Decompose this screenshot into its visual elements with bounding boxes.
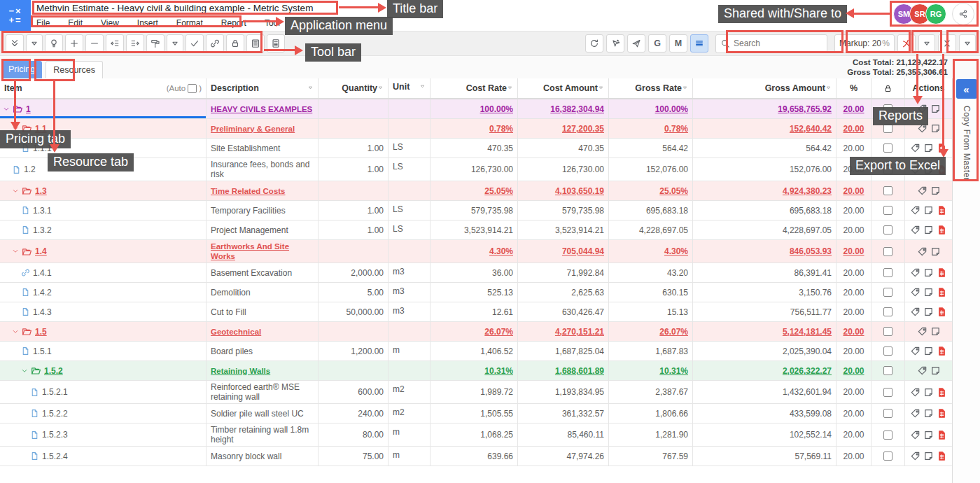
cell-gross-rate[interactable]: 2,387.67 bbox=[609, 381, 693, 403]
toolbar-button-double-chevron-down[interactable] bbox=[6, 34, 24, 52]
cell-unit[interactable]: m bbox=[388, 424, 430, 446]
cell-item[interactable]: 1.5 bbox=[0, 322, 206, 341]
cell-gross-rate[interactable]: 767.59 bbox=[609, 447, 693, 465]
cell-quantity[interactable]: 1.00 bbox=[318, 220, 388, 239]
cell-percent[interactable]: 20.00 bbox=[836, 283, 872, 302]
cell-gross-rate[interactable]: 25.05% bbox=[609, 181, 693, 200]
cell-quantity[interactable]: 50,000.00 bbox=[318, 302, 388, 321]
tag-icon[interactable] bbox=[917, 123, 927, 134]
sort-caret-icon[interactable] bbox=[307, 83, 314, 93]
cell-cost-amount[interactable]: 4,103,650.19 bbox=[518, 181, 609, 200]
item-number-link[interactable]: 1.1 bbox=[35, 124, 47, 134]
note-icon[interactable] bbox=[923, 387, 934, 398]
cell-item[interactable]: 1.5.2.1 bbox=[0, 381, 206, 403]
cell-description[interactable]: HEAVY CIVILS EXAMPLES bbox=[206, 99, 318, 118]
cell-description[interactable]: Masonry block wall bbox=[206, 447, 318, 465]
cell-item[interactable]: 1.5.2 bbox=[0, 361, 206, 380]
cell-unit[interactable] bbox=[388, 240, 430, 262]
search-input[interactable] bbox=[734, 38, 811, 48]
cell-cost-amount[interactable]: 579,735.98 bbox=[518, 201, 609, 220]
tag-icon[interactable] bbox=[910, 287, 920, 298]
cell-cost-rate[interactable]: 1,505.55 bbox=[430, 404, 518, 423]
cell-cost-amount[interactable]: 630,426.47 bbox=[518, 302, 609, 321]
cell-item[interactable]: 1.5.2.4 bbox=[0, 447, 206, 465]
toolbar-button-m[interactable]: M bbox=[669, 34, 687, 52]
search-box[interactable] bbox=[715, 34, 827, 53]
item-number[interactable]: 1.2 bbox=[24, 164, 36, 174]
cell-unit[interactable]: m3 bbox=[388, 283, 430, 302]
cell-cost-rate[interactable]: 36.00 bbox=[430, 263, 518, 282]
cell-cost-rate[interactable]: 639.66 bbox=[430, 447, 518, 465]
cell-cost-rate[interactable]: 525.13 bbox=[430, 283, 518, 302]
cell-unit[interactable]: LS bbox=[388, 220, 430, 239]
note-icon[interactable] bbox=[930, 326, 941, 337]
cell-quantity[interactable] bbox=[318, 99, 388, 118]
cell-unit[interactable]: LS bbox=[388, 139, 430, 158]
tag-icon[interactable] bbox=[910, 307, 920, 317]
table-row-1.5[interactable]: 1.5Geotechnical26.07%4,270,151.2126.07%5… bbox=[0, 322, 952, 342]
cell-gross-rate[interactable]: 43.20 bbox=[609, 263, 693, 282]
tag-icon[interactable] bbox=[910, 408, 920, 419]
table-row-1.2[interactable]: 1.2Insurance fees, bonds and risk1.00LS1… bbox=[0, 158, 952, 181]
cell-unit[interactable] bbox=[388, 322, 430, 341]
toolbar-button-caret-down[interactable] bbox=[26, 34, 43, 52]
cell-cost-amount[interactable]: 470.35 bbox=[518, 139, 609, 158]
cell-quantity[interactable]: 1,200.00 bbox=[318, 342, 388, 360]
markup-field[interactable]: Markup: 20 % bbox=[834, 34, 895, 53]
cell-cost-rate[interactable]: 126,730.00 bbox=[430, 158, 518, 181]
cell-percent[interactable]: 20.00 bbox=[836, 381, 872, 403]
cell-gross-rate[interactable]: 1,687.83 bbox=[609, 342, 693, 360]
cell-unit[interactable] bbox=[388, 119, 430, 138]
column-header-cost-rate[interactable]: Cost Rate bbox=[430, 78, 518, 98]
cell-cost-rate[interactable]: 1,406.52 bbox=[430, 342, 518, 360]
column-header-quantity[interactable]: Quantity bbox=[318, 78, 388, 98]
table-row-1.3.1[interactable]: 1.3.1Temporary Facilities1.00LS579,735.9… bbox=[0, 201, 952, 220]
cell-percent[interactable]: 20.00 bbox=[836, 302, 872, 321]
cell-quantity[interactable] bbox=[318, 361, 388, 380]
cell-percent[interactable]: 20.00 bbox=[836, 220, 872, 239]
cell-cost-rate[interactable]: 1,989.72 bbox=[430, 381, 518, 403]
tag-icon[interactable] bbox=[910, 143, 920, 153]
toolbar-button-multi-select[interactable] bbox=[606, 34, 624, 52]
lock-checkbox[interactable] bbox=[883, 165, 892, 174]
item-number[interactable]: 1.4.3 bbox=[33, 307, 52, 317]
cell-percent[interactable]: 20.00 bbox=[836, 240, 872, 262]
table-row-1.4.2[interactable]: 1.4.2Demolition5.00m3525.132,625.63630.1… bbox=[0, 283, 952, 302]
cell-cost-amount[interactable]: 16,382,304.94 bbox=[518, 99, 609, 118]
cell-gross-rate[interactable]: 4.30% bbox=[609, 240, 693, 262]
toolbar-button-g[interactable]: G bbox=[648, 34, 666, 52]
column-header-actions[interactable]: Actions bbox=[905, 78, 952, 98]
cell-description[interactable]: Preliminary & General bbox=[206, 119, 318, 138]
table-row-1.1.1[interactable]: 1.1.1Site Establishment1.00LS470.35470.3… bbox=[0, 139, 952, 158]
cell-description[interactable]: Timber retaining wall 1.8m height bbox=[206, 424, 318, 446]
document-title[interactable]: Methvin Estimate - Heavy civil & buildin… bbox=[36, 3, 313, 13]
cell-cost-rate[interactable]: 100.00% bbox=[430, 99, 518, 118]
cell-quantity[interactable]: 5.00 bbox=[318, 283, 388, 302]
cell-quantity[interactable] bbox=[318, 119, 388, 138]
excel-worksheet-icon[interactable] bbox=[937, 346, 947, 356]
note-icon[interactable] bbox=[923, 430, 934, 440]
cell-description[interactable]: Earthworks And Site Works bbox=[206, 240, 318, 262]
lock-checkbox[interactable] bbox=[883, 124, 892, 133]
note-icon[interactable] bbox=[923, 287, 934, 298]
cell-cost-amount[interactable]: 3,523,914.21 bbox=[518, 220, 609, 239]
excel-worksheet-icon[interactable] bbox=[937, 287, 947, 298]
cell-cost-rate[interactable]: 579,735.98 bbox=[430, 201, 518, 220]
cell-item[interactable]: 1.4.3 bbox=[0, 302, 206, 321]
cell-unit[interactable]: m2 bbox=[388, 404, 430, 423]
table-row-1.5.2.4[interactable]: 1.5.2.4Masonry block wall75.00m639.6647,… bbox=[0, 447, 952, 466]
copy-from-master-label[interactable]: Copy From Master bbox=[962, 106, 972, 181]
cell-item[interactable]: 1.2 bbox=[0, 158, 206, 181]
cell-percent[interactable]: 20.00 bbox=[836, 263, 872, 282]
cell-cost-amount[interactable]: 85,460.11 bbox=[518, 424, 609, 446]
cell-percent[interactable]: 20.00 bbox=[836, 158, 872, 181]
cell-gross-amount[interactable]: 695,683.18 bbox=[693, 201, 836, 220]
auto-checkbox[interactable] bbox=[188, 84, 197, 93]
tag-icon[interactable] bbox=[910, 267, 920, 278]
cell-cost-rate[interactable]: 25.05% bbox=[430, 181, 518, 200]
item-number[interactable]: 1.5.2.2 bbox=[42, 409, 68, 419]
cell-item[interactable]: 1 bbox=[0, 99, 206, 118]
toolbar-button-paste-list[interactable] bbox=[246, 34, 265, 52]
cell-description[interactable]: Demolition bbox=[206, 283, 318, 302]
chevron-expand-icon[interactable] bbox=[21, 368, 28, 374]
